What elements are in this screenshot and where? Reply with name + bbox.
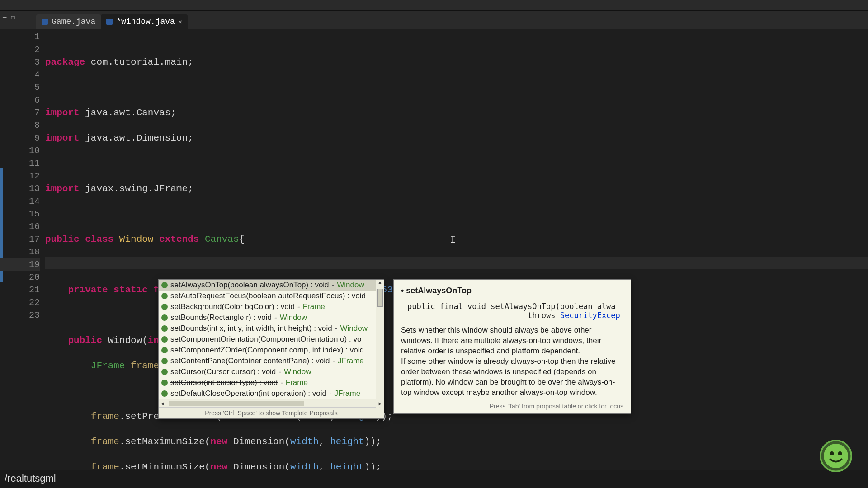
method-icon bbox=[161, 314, 168, 321]
method-icon bbox=[161, 304, 168, 310]
tab-label: Game.java bbox=[52, 17, 95, 26]
completion-signature: setAutoRequestFocus(boolean autoRequestF… bbox=[170, 291, 366, 300]
method-icon bbox=[161, 282, 168, 288]
doc-title: setAlwaysOnTop bbox=[401, 286, 623, 296]
completion-item[interactable]: setBackground(Color bgColor) : void - Fr… bbox=[159, 301, 384, 312]
completion-origin: Window bbox=[337, 281, 364, 290]
restore-icon[interactable]: ❐ bbox=[11, 14, 14, 21]
close-icon[interactable]: ✕ bbox=[179, 18, 182, 26]
completion-item[interactable]: setBounds(int x, int y, int width, int h… bbox=[159, 323, 384, 334]
completion-hint: Press 'Ctrl+Space' to show Template Prop… bbox=[159, 407, 384, 418]
completion-origin: JFrame bbox=[335, 389, 361, 398]
text-caret-icon: I bbox=[450, 234, 456, 247]
completion-item[interactable]: setCursor(Cursor cursor) : void - Window bbox=[159, 366, 384, 377]
line-gutter: 1 2 3 4 5 6 7 8 9 10 11 12 13 14 15 16 1… bbox=[0, 29, 45, 470]
completion-origin: JFrame bbox=[338, 357, 364, 366]
completion-signature: setDefaultCloseOperation(int operation) … bbox=[170, 389, 326, 398]
tab-bar: Game.java *Window.java ✕ bbox=[0, 11, 868, 29]
scroll-right-icon[interactable]: ► bbox=[377, 401, 384, 406]
method-icon bbox=[161, 325, 168, 332]
completion-signature: setBounds(Rectangle r) : void bbox=[170, 313, 272, 322]
completion-item[interactable]: setCursor(int cursorType) : void - Frame bbox=[159, 377, 384, 388]
doc-signature: public final void setAlwaysOnTop(boolean… bbox=[407, 302, 623, 320]
completion-origin: Window bbox=[284, 367, 311, 376]
completion-origin: Frame bbox=[303, 302, 325, 311]
javadoc-popup[interactable]: setAlwaysOnTop public final void setAlwa… bbox=[393, 279, 631, 414]
scroll-left-icon[interactable]: ◄ bbox=[159, 401, 166, 406]
tab-label: *Window.java bbox=[116, 17, 175, 26]
minimize-icon[interactable]: — bbox=[3, 14, 6, 21]
mascot-icon bbox=[816, 436, 856, 476]
completion-signature: setBackground(Color bgColor) : void bbox=[170, 302, 295, 311]
scroll-up-icon[interactable]: ▲ bbox=[376, 280, 384, 287]
vertical-scrollbar[interactable]: ▲ ▼ bbox=[376, 280, 384, 411]
svg-point-1 bbox=[824, 444, 848, 468]
scroll-thumb[interactable] bbox=[377, 289, 383, 307]
scroll-thumb[interactable] bbox=[169, 401, 304, 406]
completion-origin: Frame bbox=[286, 378, 308, 387]
autocomplete-popup[interactable]: setAlwaysOnTop(boolean alwaysOnTop) : vo… bbox=[158, 279, 384, 419]
method-icon bbox=[161, 347, 168, 353]
method-icon bbox=[161, 293, 168, 299]
svg-point-2 bbox=[830, 451, 834, 455]
completion-signature: setAlwaysOnTop(boolean alwaysOnTop) : vo… bbox=[170, 281, 329, 290]
completion-signature: setCursor(Cursor cursor) : void bbox=[170, 367, 276, 376]
completion-signature: setComponentOrientation(ComponentOrienta… bbox=[170, 335, 361, 344]
completion-item[interactable]: setAutoRequestFocus(boolean autoRequestF… bbox=[159, 291, 384, 301]
method-icon bbox=[161, 369, 168, 375]
completion-item[interactable]: setContentPane(Container contentPane) : … bbox=[159, 356, 384, 366]
status-bar: /realtutsgml bbox=[0, 470, 868, 488]
horizontal-scrollbar[interactable]: ◄ ► bbox=[159, 399, 384, 407]
completion-signature: setContentPane(Container contentPane) : … bbox=[170, 357, 330, 366]
tab-window-java[interactable]: *Window.java ✕ bbox=[101, 14, 188, 29]
method-icon bbox=[161, 380, 168, 386]
java-file-icon bbox=[42, 19, 48, 25]
method-icon bbox=[161, 336, 168, 343]
toolbar bbox=[0, 0, 868, 11]
completion-item[interactable]: setComponentOrientation(ComponentOrienta… bbox=[159, 334, 384, 345]
completion-item[interactable]: setDefaultCloseOperation(int operation) … bbox=[159, 388, 384, 399]
completion-origin: Window bbox=[340, 324, 367, 333]
doc-hint: Press 'Tab' from proposal table or click… bbox=[401, 403, 623, 410]
tab-game-java[interactable]: Game.java bbox=[36, 14, 101, 29]
doc-description: Sets whether this window should always b… bbox=[401, 325, 623, 398]
java-file-icon bbox=[106, 19, 113, 25]
completion-item[interactable]: setBounds(Rectangle r) : void - Window bbox=[159, 312, 384, 323]
completion-signature: setBounds(int x, int y, int width, int h… bbox=[170, 324, 332, 333]
completion-signature: setCursor(int cursorType) : void bbox=[170, 378, 278, 387]
completion-origin: Window bbox=[280, 313, 307, 322]
method-icon bbox=[161, 358, 168, 364]
status-text: /realtutsgml bbox=[5, 473, 56, 484]
completion-item[interactable]: setAlwaysOnTop(boolean alwaysOnTop) : vo… bbox=[159, 280, 384, 291]
completion-signature: setComponentZOrder(Component comp, int i… bbox=[170, 346, 364, 355]
method-icon bbox=[161, 390, 168, 397]
completion-item[interactable]: setComponentZOrder(Component comp, int i… bbox=[159, 345, 384, 356]
svg-point-3 bbox=[838, 451, 842, 455]
exception-link[interactable]: SecurityExcep bbox=[560, 311, 620, 320]
